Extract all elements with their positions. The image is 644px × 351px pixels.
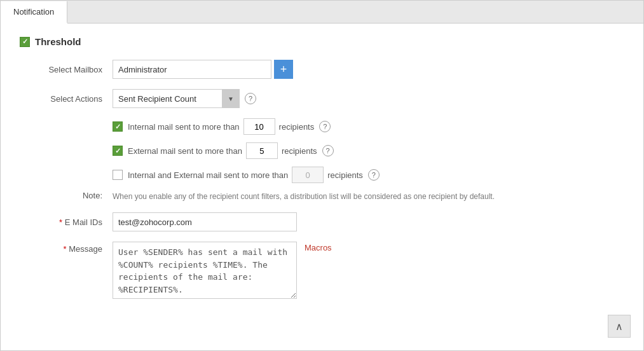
tab-notification[interactable]: Notification — [1, 1, 67, 24]
message-label: Message — [26, 242, 102, 254]
internal-mail-help-icon[interactable]: ? — [319, 121, 331, 132]
back-to-top-button[interactable]: ∧ — [608, 315, 631, 338]
email-ids-label: E Mail IDs — [26, 217, 102, 227]
email-ids-input[interactable] — [113, 212, 297, 231]
note-row: Note: When you enable any of the recipie… — [20, 191, 624, 202]
tab-bar: Notification — [1, 1, 643, 24]
mailbox-input[interactable] — [113, 60, 271, 79]
internal-external-mail-row: Internal and External mail sent to more … — [113, 167, 624, 183]
note-label: Note: — [26, 191, 102, 200]
select-actions-wrapper: Sent Recipient Count ▼ — [113, 89, 240, 108]
section-title: Threshold — [35, 36, 81, 47]
internal-external-mail-count-input[interactable] — [292, 167, 324, 183]
select-actions-label: Select Actions — [26, 94, 102, 104]
recipient-rules: Internal mail sent to more than recipien… — [20, 118, 624, 183]
select-actions-dropdown[interactable]: Sent Recipient Count — [113, 89, 240, 108]
macros-link[interactable]: Macros — [305, 242, 332, 252]
select-actions-row: Select Actions Sent Recipient Count ▼ ? — [20, 89, 624, 108]
internal-mail-checkbox[interactable] — [113, 121, 123, 132]
internal-mail-row: Internal mail sent to more than recipien… — [113, 118, 624, 135]
select-mailbox-row: Select Mailbox + — [20, 60, 624, 79]
external-mail-label: External mail sent to more than recipien… — [128, 142, 317, 159]
add-mailbox-button[interactable]: + — [274, 60, 293, 79]
external-mail-row: External mail sent to more than recipien… — [113, 142, 624, 159]
threshold-checkbox[interactable] — [20, 37, 30, 47]
main-content: Threshold Select Mailbox + Select Action… — [1, 24, 643, 350]
chevron-up-icon: ∧ — [615, 320, 623, 333]
add-icon: + — [280, 63, 287, 76]
note-text: When you enable any of the recipient cou… — [113, 191, 495, 202]
external-mail-count-input[interactable] — [246, 142, 278, 159]
internal-mail-label: Internal mail sent to more than recipien… — [128, 118, 314, 135]
internal-external-mail-label: Internal and External mail sent to more … — [128, 167, 363, 183]
actions-help-icon[interactable]: ? — [245, 93, 256, 104]
internal-external-mail-checkbox[interactable] — [113, 170, 123, 180]
external-mail-checkbox[interactable] — [113, 146, 123, 156]
internal-external-help-icon[interactable]: ? — [368, 169, 380, 181]
message-inner: User %SENDER% has sent a mail with %COUN… — [113, 242, 332, 299]
message-row: Message User %SENDER% has sent a mail wi… — [20, 242, 624, 299]
email-ids-row: E Mail IDs — [20, 212, 624, 231]
external-mail-help-icon[interactable]: ? — [322, 145, 334, 156]
internal-mail-count-input[interactable] — [243, 118, 275, 135]
message-textarea[interactable]: User %SENDER% has sent a mail with %COUN… — [113, 242, 297, 299]
section-header: Threshold — [20, 36, 624, 47]
select-mailbox-label: Select Mailbox — [26, 65, 102, 74]
mailbox-input-group: + — [113, 60, 293, 79]
tab-notification-label: Notification — [13, 7, 54, 17]
